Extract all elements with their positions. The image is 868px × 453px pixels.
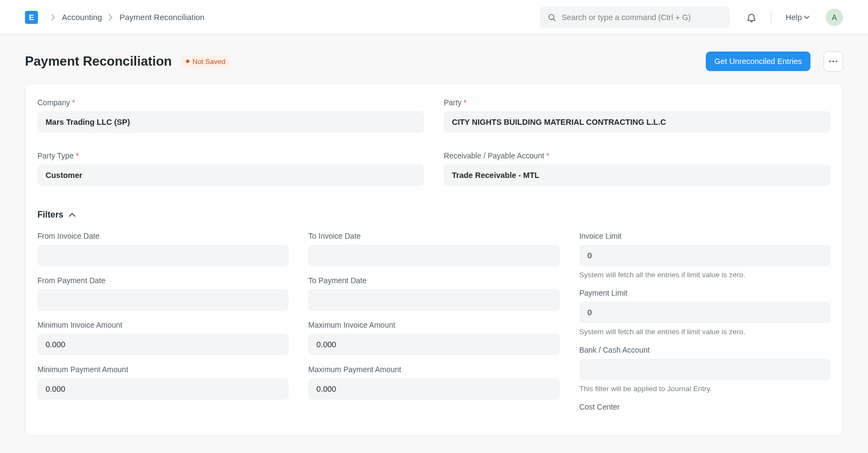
svg-line-1: [553, 19, 555, 21]
cost-center-label: Cost Center: [579, 403, 831, 411]
to-invoice-date-field[interactable]: [308, 245, 559, 266]
chevron-up-icon: [69, 213, 75, 217]
status-dot-icon: [186, 60, 189, 63]
breadcrumb: Accounting Payment Reconciliation: [51, 12, 205, 22]
get-unreconciled-entries-button[interactable]: Get Unreconciled Entries: [706, 52, 810, 71]
min-invoice-amount-field[interactable]: [37, 334, 289, 355]
search-icon: [547, 13, 556, 22]
breadcrumb-parent[interactable]: Accounting: [62, 12, 102, 22]
navbar: E Accounting Payment Reconciliation Help…: [0, 0, 868, 35]
min-payment-amount-label: Minimum Payment Amount: [37, 365, 289, 374]
filters-section-toggle[interactable]: Filters: [37, 210, 831, 220]
form-card: Company Party Party Type Receivable / Pa…: [25, 84, 843, 436]
breadcrumb-current[interactable]: Payment Reconciliation: [119, 12, 205, 22]
min-payment-amount-field[interactable]: [37, 378, 289, 400]
to-payment-date-label: To Payment Date: [308, 276, 559, 285]
party-label: Party: [444, 98, 831, 107]
to-payment-date-field[interactable]: [308, 289, 559, 311]
invoice-limit-label: Invoice Limit: [579, 232, 831, 240]
max-payment-amount-label: Maximum Payment Amount: [308, 365, 559, 374]
bank-cash-label: Bank / Cash Account: [579, 346, 831, 354]
chevron-down-icon: [804, 16, 809, 19]
status-badge: Not Saved: [181, 55, 231, 68]
filters-label: Filters: [37, 210, 63, 220]
notifications-button[interactable]: [746, 12, 757, 23]
page-header: Payment Reconciliation Not Saved Get Unr…: [0, 35, 868, 84]
from-payment-date-field[interactable]: [37, 289, 289, 311]
party-type-label: Party Type: [37, 151, 424, 160]
ellipsis-icon: [829, 60, 838, 62]
chevron-right-icon: [108, 14, 113, 21]
account-field[interactable]: [444, 164, 831, 186]
status-text: Not Saved: [193, 58, 226, 66]
divider: [771, 11, 771, 23]
app-logo[interactable]: E: [25, 11, 38, 24]
invoice-limit-field[interactable]: [579, 245, 831, 266]
payment-limit-help: System will fetch all the entries if lim…: [579, 328, 831, 336]
from-payment-date-label: From Payment Date: [37, 276, 289, 285]
party-field[interactable]: [444, 111, 831, 133]
company-field[interactable]: [37, 111, 424, 133]
from-invoice-date-field[interactable]: [37, 245, 289, 266]
invoice-limit-help: System will fetch all the entries if lim…: [579, 271, 831, 279]
account-label: Receivable / Payable Account: [444, 151, 831, 160]
page-title: Payment Reconciliation: [25, 54, 172, 69]
more-actions-button[interactable]: [824, 51, 843, 72]
max-payment-amount-field[interactable]: [308, 378, 559, 400]
company-label: Company: [37, 98, 424, 107]
svg-point-4: [835, 60, 837, 62]
bank-cash-help: This filter will be applied to Journal E…: [579, 385, 831, 393]
max-invoice-amount-label: Maximum Invoice Amount: [308, 321, 559, 329]
bank-cash-field[interactable]: [579, 359, 831, 380]
avatar[interactable]: A: [826, 9, 843, 26]
help-button[interactable]: Help: [786, 13, 809, 22]
svg-point-3: [832, 60, 834, 62]
payment-limit-field[interactable]: [579, 302, 831, 323]
party-type-field[interactable]: [37, 164, 424, 186]
search-input[interactable]: [561, 13, 722, 22]
to-invoice-date-label: To Invoice Date: [308, 232, 559, 240]
chevron-right-icon: [51, 14, 55, 21]
global-search[interactable]: [540, 7, 730, 28]
min-invoice-amount-label: Minimum Invoice Amount: [37, 321, 289, 329]
from-invoice-date-label: From Invoice Date: [37, 232, 289, 240]
payment-limit-label: Payment Limit: [579, 289, 831, 297]
max-invoice-amount-field[interactable]: [308, 334, 559, 355]
svg-point-2: [829, 60, 831, 62]
help-label: Help: [786, 13, 802, 22]
